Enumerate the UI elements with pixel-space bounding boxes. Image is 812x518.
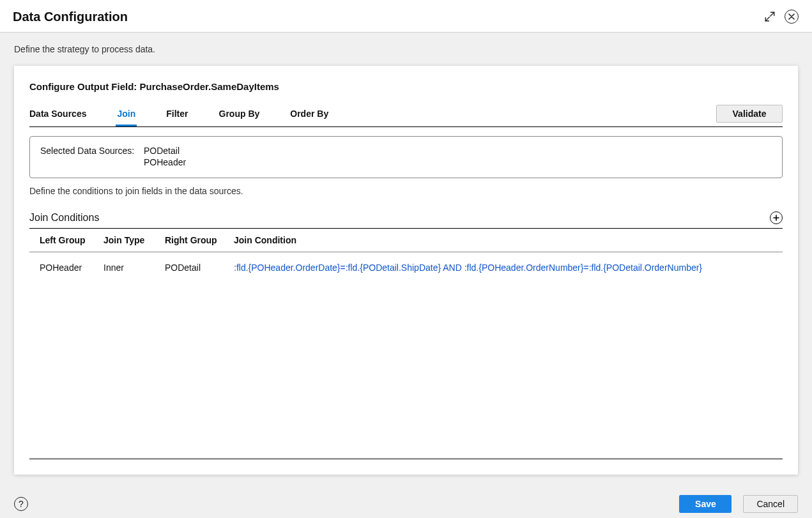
- tab-join[interactable]: Join: [117, 106, 135, 125]
- cell-left-group: POHeader: [40, 263, 103, 273]
- join-conditions-header: Join Conditions: [29, 211, 783, 229]
- tabs-row: Data Sources Join Filter Group By Order …: [29, 105, 783, 127]
- tab-filter[interactable]: Filter: [166, 106, 188, 125]
- card-footer-divider: [29, 459, 783, 459]
- tab-group-by[interactable]: Group By: [219, 106, 260, 125]
- col-left-group: Left Group: [40, 235, 103, 245]
- card-title: Configure Output Field: PurchaseOrder.Sa…: [29, 81, 783, 92]
- dialog-description: Define the strategy to process data.: [14, 44, 798, 54]
- plus-icon: [773, 215, 779, 221]
- help-icon: ?: [19, 499, 24, 509]
- tab-data-sources[interactable]: Data Sources: [29, 106, 86, 125]
- cell-join-condition: :fld.{POHeader.OrderDate}=:fld.{PODetail…: [234, 263, 783, 273]
- cell-right-group: PODetail: [165, 263, 234, 273]
- card-title-value: PurchaseOrder.SameDayItems: [139, 81, 279, 92]
- selected-sources-label: Selected Data Sources:: [40, 146, 136, 167]
- dialog-footer: ? Save Cancel: [0, 489, 812, 518]
- dialog-title: Data Configuration: [13, 10, 128, 24]
- config-card: Configure Output Field: PurchaseOrder.Sa…: [14, 66, 798, 475]
- tabs: Data Sources Join Filter Group By Order …: [29, 106, 328, 125]
- save-button[interactable]: Save: [679, 495, 732, 513]
- card-title-prefix: Configure Output Field:: [29, 81, 139, 92]
- col-join-condition: Join Condition: [234, 235, 783, 245]
- help-button[interactable]: ?: [14, 497, 28, 511]
- join-conditions-title: Join Conditions: [29, 212, 99, 224]
- footer-actions: Save Cancel: [679, 495, 798, 513]
- tab-order-by[interactable]: Order By: [290, 106, 328, 125]
- join-conditions-row[interactable]: POHeader Inner PODetail :fld.{POHeader.O…: [29, 252, 783, 283]
- validate-button[interactable]: Validate: [716, 105, 783, 123]
- col-join-type: Join Type: [103, 235, 165, 245]
- selected-sources-box: Selected Data Sources: PODetail POHeader: [29, 136, 783, 178]
- add-condition-button[interactable]: [770, 211, 783, 224]
- close-icon: [785, 10, 799, 24]
- cancel-button[interactable]: Cancel: [743, 495, 798, 513]
- join-instruction: Define the conditions to join fields in …: [29, 186, 783, 196]
- dialog-body: Define the strategy to process data. Con…: [0, 33, 812, 475]
- source-item: PODetail: [144, 146, 186, 156]
- selected-sources-list: PODetail POHeader: [144, 146, 186, 167]
- expand-icon[interactable]: [762, 9, 778, 24]
- close-button[interactable]: [784, 9, 799, 24]
- cell-join-type: Inner: [103, 263, 165, 273]
- header-actions: [762, 9, 799, 24]
- join-conditions-table-head: Left Group Join Type Right Group Join Co…: [29, 229, 783, 252]
- col-right-group: Right Group: [165, 235, 234, 245]
- dialog-header: Data Configuration: [0, 0, 812, 33]
- source-item: POHeader: [144, 157, 186, 167]
